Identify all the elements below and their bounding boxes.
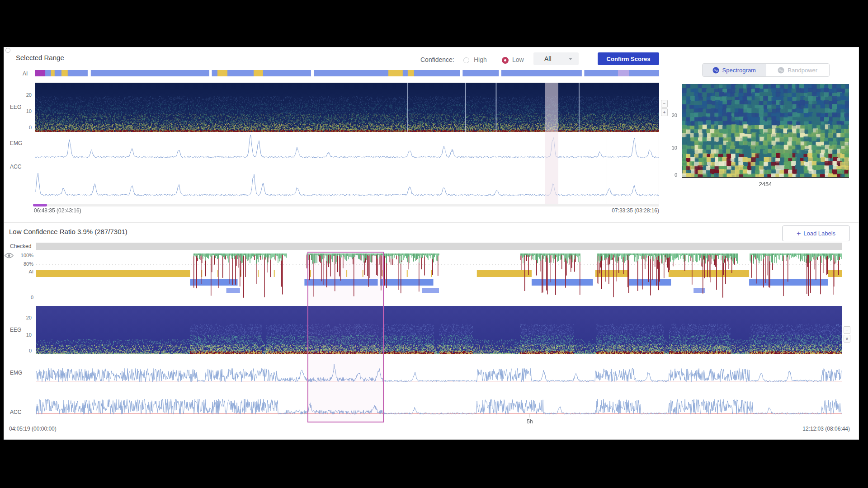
mid-time-label: 5h — [524, 418, 535, 425]
eeg-bottom-tick-20: 20 — [18, 315, 32, 320]
ai-hypnogram-strip[interactable] — [35, 70, 659, 76]
ai-track-label-bottom: AI — [17, 269, 33, 274]
high-confidence-radio[interactable] — [463, 57, 469, 63]
range-scrollbar-track[interactable] — [35, 204, 659, 206]
load-labels-label: Load Labels — [803, 230, 835, 237]
eeg-spectrogram-top[interactable] — [35, 83, 659, 132]
range-start-time: 06:48:35 (02:43:16) — [34, 207, 81, 214]
confidence-filter-select[interactable]: All — [533, 52, 579, 65]
range-scrollbar-thumb[interactable] — [33, 204, 47, 206]
corner-glyph-icon — [5, 48, 10, 53]
eeg-tick-0: 0 — [18, 125, 32, 130]
tab-spectrogram[interactable]: Spectrogram — [703, 64, 766, 76]
high-confidence-option[interactable]: High — [474, 56, 487, 63]
eeg-tick-20: 20 — [18, 92, 32, 98]
tab-spectrogram-label: Spectrogram — [722, 67, 756, 74]
eeg-spectrogram-bottom[interactable] — [36, 306, 842, 354]
eeg-label-bottom: EEG — [10, 327, 21, 333]
time-axis-tick — [529, 414, 529, 418]
view-toggle: Spectrogram Bandpower — [702, 63, 830, 77]
mini-tick-0: 0 — [655, 172, 677, 178]
acc-label-top: ACC — [10, 164, 21, 170]
recording-start-time: 04:05:19 (00:00:00) — [9, 426, 57, 432]
emg-label-bottom: EMG — [10, 370, 22, 376]
checked-progress-bar — [36, 243, 842, 250]
mini-spectrogram-axis — [682, 177, 849, 178]
emg-label-top: EMG — [10, 140, 22, 146]
zoom-out-button[interactable]: − — [661, 100, 668, 108]
spectrogram-icon — [712, 67, 719, 74]
low-confidence-radio[interactable] — [502, 57, 509, 64]
tab-bandpower-label: Bandpower — [788, 67, 817, 74]
collapse-button[interactable]: − — [844, 326, 850, 334]
load-labels-button[interactable]: + Load Labels — [782, 225, 850, 241]
plus-icon: + — [797, 230, 801, 238]
eye-icon[interactable] — [5, 252, 14, 260]
confirm-scores-button[interactable]: Confirm Scores — [598, 52, 659, 65]
page-title: Selected Range — [16, 54, 64, 61]
emg-trace-bottom[interactable] — [36, 358, 842, 388]
expand-down-button[interactable]: ∨ — [844, 335, 850, 343]
chevron-down-icon — [569, 58, 572, 60]
range-end-time: 07:33:35 (03:28:16) — [612, 207, 659, 214]
conf-tick-100: 100% — [17, 253, 33, 258]
app-window: Selected Range Confidence: High Low All … — [0, 0, 868, 488]
confidence-overview-canvas[interactable] — [36, 251, 842, 301]
epoch-spectrogram — [682, 84, 849, 177]
mini-tick-20: 20 — [655, 113, 677, 118]
ai-track-label-top: AI — [23, 70, 28, 77]
epoch-number: 2454 — [682, 181, 849, 188]
bandpower-icon — [778, 67, 784, 74]
filter-selected-value: All — [544, 55, 552, 62]
checked-label: Checked — [10, 243, 31, 249]
emg-trace-top[interactable] — [35, 134, 659, 166]
conf-tick-80: 80% — [17, 261, 33, 267]
acc-label-bottom: ACC — [10, 409, 21, 415]
acc-trace-bottom[interactable] — [36, 390, 842, 421]
eeg-label-top: EEG — [10, 104, 21, 110]
mini-tick-10: 10 — [655, 145, 677, 150]
conf-tick-0: 0 — [17, 295, 33, 300]
tab-bandpower[interactable]: Bandpower — [766, 64, 830, 76]
selection-rectangle[interactable] — [307, 252, 384, 422]
low-confidence-option[interactable]: Low — [512, 56, 524, 63]
acc-trace-top[interactable] — [35, 167, 659, 205]
eeg-bottom-tick-0: 0 — [18, 348, 32, 353]
confidence-label: Confidence: — [420, 56, 454, 63]
recording-end-time: 12:12:03 (08:06:44) — [802, 426, 850, 432]
low-confidence-ratio-title: Low Confidence Ratio 3.9% (287/7301) — [9, 228, 127, 235]
